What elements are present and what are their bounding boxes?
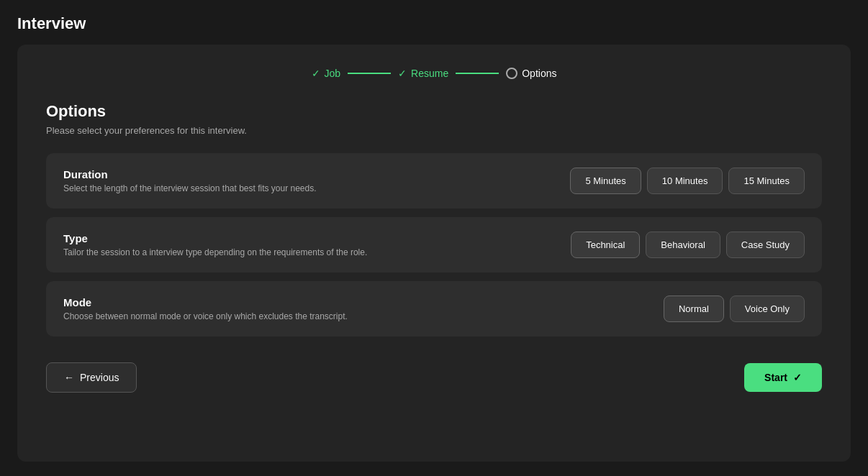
duration-section: Duration Select the length of the interv… <box>46 153 822 209</box>
options-title: Options <box>46 102 822 121</box>
mode-title: Mode <box>63 296 664 308</box>
step-resume: ✓ Resume <box>398 68 448 79</box>
start-button[interactable]: Start ✓ <box>744 363 822 392</box>
stepper: ✓ Job ✓ Resume Options <box>46 68 822 79</box>
checkmark-icon: ✓ <box>793 372 802 383</box>
step-options: Options <box>506 68 556 79</box>
step-resume-check-icon: ✓ <box>398 68 407 79</box>
step-job: ✓ Job <box>312 68 341 79</box>
mode-options: Normal Voice Only <box>664 296 805 322</box>
step-resume-label: Resume <box>411 68 448 79</box>
type-casestudy-button[interactable]: Case Study <box>726 232 805 258</box>
step-job-label: Job <box>325 68 341 79</box>
type-section: Type Tailor the session to a interview t… <box>46 217 822 273</box>
duration-5min-button[interactable]: 5 Minutes <box>570 168 641 194</box>
step-connector-1 <box>348 73 391 74</box>
type-description: Tailor the session to a interview type d… <box>63 247 438 257</box>
type-technical-button[interactable]: Technical <box>571 232 640 258</box>
duration-description: Select the length of the interview sessi… <box>63 183 438 193</box>
previous-button[interactable]: ← Previous <box>46 362 137 393</box>
type-title: Type <box>63 232 571 244</box>
mode-normal-button[interactable]: Normal <box>664 296 724 322</box>
mode-description: Choose between normal mode or voice only… <box>63 311 438 321</box>
type-options: Technical Behavioral Case Study <box>571 232 805 258</box>
duration-info: Duration Select the length of the interv… <box>63 168 570 193</box>
step-connector-2 <box>456 73 499 74</box>
mode-section: Mode Choose between normal mode or voice… <box>46 281 822 337</box>
type-info: Type Tailor the session to a interview t… <box>63 232 571 257</box>
duration-options: 5 Minutes 10 Minutes 15 Minutes <box>570 168 805 194</box>
options-subtitle: Please select your preferences for this … <box>46 125 822 136</box>
step-options-circle-icon <box>506 68 517 79</box>
duration-10min-button[interactable]: 10 Minutes <box>647 168 723 194</box>
step-options-label: Options <box>522 68 556 79</box>
mode-voiceonly-button[interactable]: Voice Only <box>730 296 805 322</box>
main-card: ✓ Job ✓ Resume Options Options Please se… <box>17 45 851 462</box>
footer: ← Previous Start ✓ <box>46 362 822 393</box>
page-title: Interview <box>17 14 851 33</box>
step-job-check-icon: ✓ <box>312 68 320 79</box>
type-behavioral-button[interactable]: Behavioral <box>646 232 720 258</box>
duration-15min-button[interactable]: 15 Minutes <box>728 168 805 194</box>
start-button-label: Start <box>764 372 787 383</box>
previous-button-label: Previous <box>80 372 119 383</box>
duration-title: Duration <box>63 168 570 180</box>
arrow-left-icon: ← <box>64 372 74 383</box>
options-heading: Options Please select your preferences f… <box>46 102 822 153</box>
mode-info: Mode Choose between normal mode or voice… <box>63 296 664 321</box>
